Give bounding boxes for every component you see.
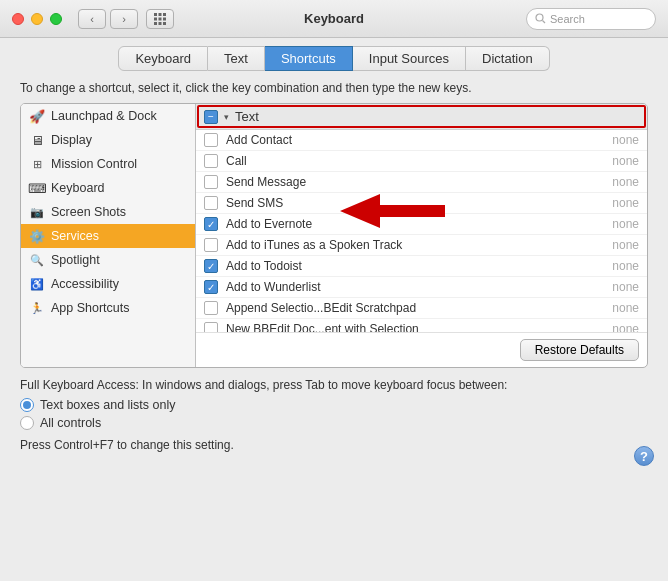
shortcut-send-sms: none [599, 196, 639, 210]
tab-text[interactable]: Text [208, 46, 265, 71]
group-header[interactable]: − ▾ Text [196, 104, 647, 130]
check-add-evernote[interactable]: ✓ [204, 217, 218, 231]
group-checkbox[interactable]: − [204, 110, 218, 124]
restore-row: Restore Defaults [196, 332, 647, 367]
sidebar-label-screenshots: Screen Shots [51, 205, 126, 219]
sidebar-item-display[interactable]: 🖥 Display [21, 128, 195, 152]
back-button[interactable]: ‹ [78, 9, 106, 29]
accessibility-icon: ♿ [29, 276, 45, 292]
radio-text-boxes[interactable]: Text boxes and lists only [20, 398, 648, 412]
services-icon: ⚙️ [29, 228, 45, 244]
tab-keyboard[interactable]: Keyboard [118, 46, 208, 71]
label-send-message: Send Message [226, 175, 591, 189]
main-panel: 🚀 Launchpad & Dock 🖥 Display ⊞ Mission C… [20, 103, 648, 368]
window-title: Keyboard [304, 11, 364, 26]
svg-rect-6 [154, 22, 157, 25]
tab-input-sources[interactable]: Input Sources [353, 46, 466, 71]
check-add-todoist[interactable]: ✓ [204, 259, 218, 273]
shortcut-row-send-message[interactable]: Send Message none [196, 172, 647, 193]
shortcut-row-call[interactable]: Call none [196, 151, 647, 172]
radio-all-controls-button[interactable] [20, 416, 34, 430]
search-placeholder: Search [550, 13, 585, 25]
group-label: Text [235, 109, 259, 124]
label-append-bbedit: Append Selectio...BEdit Scratchpad [226, 301, 591, 315]
check-append-bbedit[interactable] [204, 301, 218, 315]
shortcut-row-append-bbedit[interactable]: Append Selectio...BEdit Scratchpad none [196, 298, 647, 319]
sidebar-item-accessibility[interactable]: ♿ Accessibility [21, 272, 195, 296]
mission-control-icon: ⊞ [29, 156, 45, 172]
tab-shortcuts[interactable]: Shortcuts [265, 46, 353, 71]
shortcut-add-todoist: none [599, 259, 639, 273]
label-call: Call [226, 154, 591, 168]
keyboard-access-description: Full Keyboard Access: In windows and dia… [20, 378, 648, 392]
shortcut-row-add-itunes[interactable]: Add to iTunes as a Spoken Track none [196, 235, 647, 256]
svg-rect-1 [159, 13, 162, 16]
traffic-lights [12, 13, 62, 25]
check-add-wunderlist[interactable]: ✓ [204, 280, 218, 294]
sidebar-item-screenshots[interactable]: 📷 Screen Shots [21, 200, 195, 224]
label-send-sms: Send SMS [226, 196, 591, 210]
svg-rect-4 [159, 17, 162, 20]
shortcut-row-add-wunderlist[interactable]: ✓ Add to Wunderlist none [196, 277, 647, 298]
shortcut-new-bbedit: none [599, 322, 639, 332]
sidebar-item-services[interactable]: ⚙️ Services [21, 224, 195, 248]
grid-button[interactable] [146, 9, 174, 29]
check-new-bbedit[interactable] [204, 322, 218, 332]
zoom-button[interactable] [50, 13, 62, 25]
shortcut-add-wunderlist: none [599, 280, 639, 294]
label-add-evernote: Add to Evernote [226, 217, 591, 231]
check-call[interactable] [204, 154, 218, 168]
shortcut-add-itunes: none [599, 238, 639, 252]
label-add-contact: Add Contact [226, 133, 591, 147]
restore-defaults-button[interactable]: Restore Defaults [520, 339, 639, 361]
sidebar-label-services: Services [51, 229, 99, 243]
svg-rect-7 [159, 22, 162, 25]
forward-button[interactable]: › [110, 9, 138, 29]
tabs-row: Keyboard Text Shortcuts Input Sources Di… [0, 38, 668, 71]
shortcut-add-evernote: none [599, 217, 639, 231]
hint-text: Press Control+F7 to change this setting. [20, 438, 648, 452]
collapse-triangle[interactable]: ▾ [224, 112, 229, 122]
sidebar-label-accessibility: Accessibility [51, 277, 119, 291]
help-button[interactable]: ? [634, 446, 654, 466]
shortcut-row-add-evernote[interactable]: ✓ Add to Evernote none [196, 214, 647, 235]
check-add-itunes[interactable] [204, 238, 218, 252]
label-add-itunes: Add to iTunes as a Spoken Track [226, 238, 591, 252]
sidebar-label-keyboard: Keyboard [51, 181, 105, 195]
shortcut-row-send-sms[interactable]: Send SMS none [196, 193, 647, 214]
shortcut-row-new-bbedit[interactable]: New BBEdit Doc...ent with Selection none [196, 319, 647, 332]
check-send-message[interactable] [204, 175, 218, 189]
label-new-bbedit: New BBEdit Doc...ent with Selection [226, 322, 591, 332]
sidebar-item-launchpad[interactable]: 🚀 Launchpad & Dock [21, 104, 195, 128]
svg-rect-3 [154, 17, 157, 20]
shortcut-send-message: none [599, 175, 639, 189]
tab-dictation[interactable]: Dictation [466, 46, 550, 71]
bottom-section: Full Keyboard Access: In windows and dia… [20, 368, 648, 468]
sidebar-label-mission-control: Mission Control [51, 157, 137, 171]
sidebar-label-spotlight: Spotlight [51, 253, 100, 267]
svg-rect-8 [163, 22, 166, 25]
shortcut-row-add-todoist[interactable]: ✓ Add to Todoist none [196, 256, 647, 277]
radio-all-controls-label: All controls [40, 416, 101, 430]
shortcut-call: none [599, 154, 639, 168]
spotlight-icon: 🔍 [29, 252, 45, 268]
sidebar-item-app-shortcuts[interactable]: 🏃 App Shortcuts [21, 296, 195, 320]
sidebar-label-launchpad: Launchpad & Dock [51, 109, 157, 123]
sidebar-item-keyboard[interactable]: ⌨ Keyboard [21, 176, 195, 200]
shortcut-row-add-contact[interactable]: Add Contact none [196, 130, 647, 151]
launchpad-icon: 🚀 [29, 108, 45, 124]
titlebar: ‹ › Keyboard Search [0, 0, 668, 38]
close-button[interactable] [12, 13, 24, 25]
sidebar-label-display: Display [51, 133, 92, 147]
radio-text-boxes-button[interactable] [20, 398, 34, 412]
check-add-contact[interactable] [204, 133, 218, 147]
minimize-button[interactable] [31, 13, 43, 25]
radio-all-controls[interactable]: All controls [20, 416, 648, 430]
sidebar-item-spotlight[interactable]: 🔍 Spotlight [21, 248, 195, 272]
shortcut-add-contact: none [599, 133, 639, 147]
check-send-sms[interactable] [204, 196, 218, 210]
display-icon: 🖥 [29, 132, 45, 148]
search-box[interactable]: Search [526, 8, 656, 30]
svg-rect-2 [163, 13, 166, 16]
sidebar-item-mission-control[interactable]: ⊞ Mission Control [21, 152, 195, 176]
